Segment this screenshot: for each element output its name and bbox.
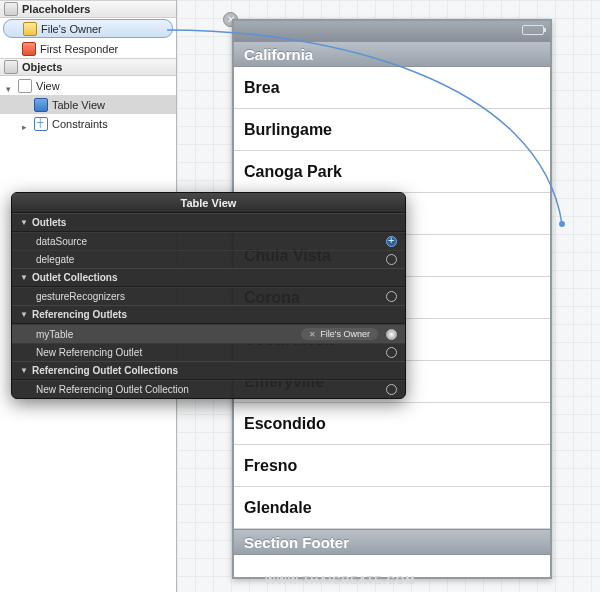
- first-responder-label: First Responder: [40, 43, 118, 55]
- view-item[interactable]: View: [0, 76, 176, 95]
- first-responder-item[interactable]: First Responder: [0, 39, 176, 58]
- files-owner-icon: [23, 22, 37, 36]
- referencing-outlet-mytable[interactable]: myTable ✕ File's Owner: [12, 324, 405, 343]
- battery-icon: [522, 25, 544, 35]
- files-owner-label: File's Owner: [41, 23, 102, 35]
- new-referencing-outlet[interactable]: New Referencing Outlet: [12, 343, 405, 361]
- table-row[interactable]: Fresno: [234, 445, 550, 487]
- constraints-item[interactable]: Constraints: [0, 114, 176, 133]
- constraints-icon: [34, 117, 48, 131]
- connection-target-pill[interactable]: ✕ File's Owner: [301, 328, 378, 340]
- table-section-footer: Section Footer: [234, 529, 550, 555]
- outlet-delegate[interactable]: delegate: [12, 250, 405, 268]
- chevron-down-icon: ▼: [20, 273, 28, 282]
- placeholders-header: Placeholders: [0, 0, 176, 18]
- objects-label: Objects: [22, 58, 62, 76]
- first-responder-icon: [22, 42, 36, 56]
- cube-icon: [4, 2, 18, 16]
- table-icon: [34, 98, 48, 112]
- connection-port-icon[interactable]: [386, 329, 397, 340]
- objects-header: Objects: [0, 58, 176, 76]
- outlets-group-header[interactable]: ▼ Outlets: [12, 213, 405, 232]
- table-row[interactable]: Canoga Park: [234, 151, 550, 193]
- referencing-outlet-collections-group-header[interactable]: ▼ Referencing Outlet Collections: [12, 361, 405, 380]
- connection-port-icon[interactable]: [386, 291, 397, 302]
- table-row[interactable]: Escondido: [234, 403, 550, 445]
- outlet-datasource[interactable]: dataSource: [12, 232, 405, 250]
- cube-icon: [4, 60, 18, 74]
- view-label: View: [36, 80, 60, 92]
- connection-port-icon[interactable]: [386, 254, 397, 265]
- watermark: WWW.THAICREATE.COM: [265, 574, 415, 586]
- chevron-down-icon[interactable]: [6, 82, 14, 90]
- disconnect-icon[interactable]: ✕: [309, 330, 316, 339]
- chevron-down-icon: ▼: [20, 366, 28, 375]
- table-row[interactable]: Glendale: [234, 487, 550, 529]
- referencing-outlets-group-header[interactable]: ▼ Referencing Outlets: [12, 305, 405, 324]
- connection-port-icon[interactable]: [386, 236, 397, 247]
- chevron-down-icon: ▼: [20, 310, 28, 319]
- outlet-gesture-recognizers[interactable]: gestureRecognizers: [12, 287, 405, 305]
- new-referencing-outlet-collection[interactable]: New Referencing Outlet Collection: [12, 380, 405, 398]
- chevron-down-icon: ▼: [20, 218, 28, 227]
- outlet-collections-group-header[interactable]: ▼ Outlet Collections: [12, 268, 405, 287]
- constraints-label: Constraints: [52, 118, 108, 130]
- table-row[interactable]: Brea: [234, 67, 550, 109]
- connection-port-icon[interactable]: [386, 384, 397, 395]
- chevron-right-icon[interactable]: [22, 120, 30, 128]
- view-icon: [18, 79, 32, 93]
- placeholders-label: Placeholders: [22, 0, 90, 18]
- table-section-header: California: [234, 41, 550, 67]
- status-bar: [234, 21, 550, 41]
- connections-title: Table View: [12, 193, 405, 213]
- connection-port-icon[interactable]: [386, 347, 397, 358]
- table-row[interactable]: Burlingame: [234, 109, 550, 151]
- table-view-item[interactable]: Table View: [0, 95, 176, 114]
- table-view-label: Table View: [52, 99, 105, 111]
- connections-panel[interactable]: ✕ Table View ▼ Outlets dataSource delega…: [11, 192, 406, 399]
- files-owner-item[interactable]: File's Owner: [3, 19, 173, 38]
